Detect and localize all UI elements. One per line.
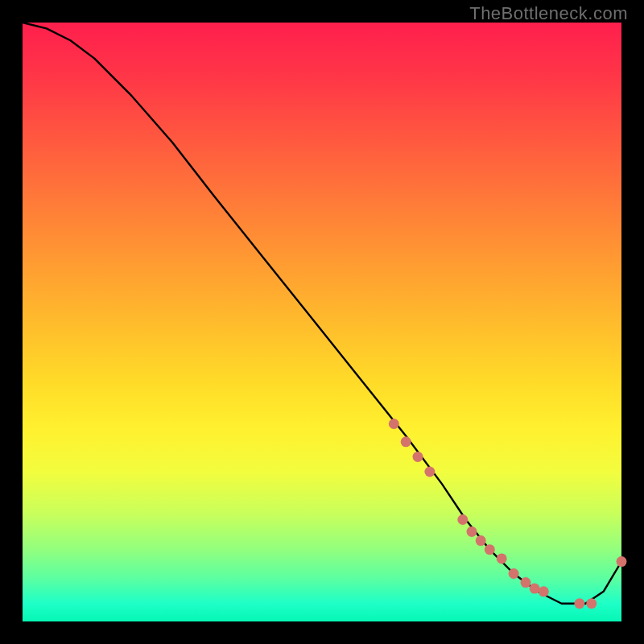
marker-dot: [467, 526, 477, 537]
curve-svg: [23, 23, 621, 621]
marker-dot: [476, 535, 486, 546]
marker-dot: [457, 514, 468, 525]
marker-dot: [586, 598, 597, 609]
marker-dot: [617, 556, 627, 567]
marker-dot: [401, 436, 411, 447]
plot-area: [23, 23, 621, 621]
marker-dot: [424, 467, 435, 477]
marker-dot: [530, 584, 540, 594]
marker-dot: [485, 544, 495, 555]
marker-dot: [574, 598, 584, 609]
marker-dot: [509, 568, 519, 579]
marker-dot: [521, 577, 531, 588]
bottleneck-curve: [23, 23, 621, 604]
marker-dot: [497, 553, 507, 564]
marker-dot: [413, 452, 423, 462]
marker-group: [389, 419, 627, 609]
marker-dot: [539, 586, 549, 597]
watermark-label: TheBottleneck.com: [469, 3, 628, 24]
chart-frame: TheBottleneck.com: [0, 0, 644, 644]
marker-dot: [389, 419, 399, 429]
